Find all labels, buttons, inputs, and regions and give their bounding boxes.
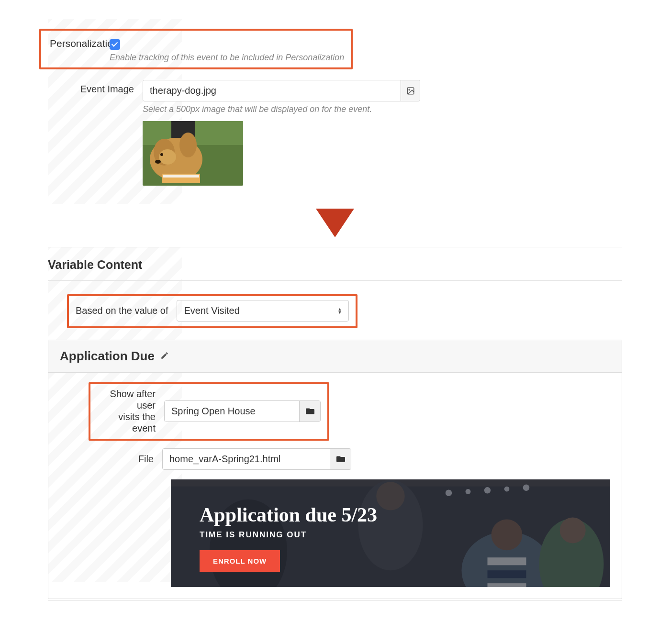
event-image-input-group — [143, 80, 420, 101]
file-preview-banner: Application due 5/23 TIME IS RUNNING OUT… — [171, 479, 610, 587]
enroll-now-button[interactable]: ENROLL NOW — [200, 550, 280, 572]
panel-title: Application Due — [60, 349, 155, 364]
application-due-panel: Application Due Show after user visits t… — [48, 340, 622, 599]
personalization-help: Enable tracking of this event to be incl… — [110, 53, 344, 63]
personalization-checkbox[interactable] — [110, 39, 120, 50]
file-label: File — [95, 454, 162, 465]
personalization-label: Personalization — [50, 34, 110, 49]
based-on-row: Based on the value of Event Visited ▲▼ — [76, 300, 349, 322]
file-browse-button[interactable] — [330, 449, 351, 469]
based-on-highlight: Based on the value of Event Visited ▲▼ — [67, 294, 357, 328]
variable-content-heading: Variable Content — [48, 258, 622, 272]
show-after-highlight: Show after user visits the event — [89, 382, 329, 441]
event-image-label: Event Image — [48, 80, 143, 95]
svg-point-1 — [409, 89, 410, 90]
panel-header: Application Due — [48, 340, 622, 373]
svg-point-8 — [159, 149, 176, 165]
arrow-down-icon — [316, 209, 354, 237]
svg-rect-12 — [163, 175, 199, 178]
sort-icon: ▲▼ — [338, 308, 342, 314]
event-image-input[interactable] — [143, 80, 401, 101]
show-after-input[interactable] — [165, 401, 299, 422]
image-picker-button[interactable] — [401, 80, 420, 101]
file-input[interactable] — [163, 449, 330, 469]
image-icon — [406, 87, 415, 95]
svg-point-10 — [155, 160, 161, 164]
show-after-label: Show after user visits the event — [97, 388, 164, 434]
based-on-select[interactable]: Event Visited ▲▼ — [177, 300, 349, 322]
edit-icon[interactable] — [160, 351, 169, 362]
event-image-help: Select a 500px image that will be displa… — [143, 104, 622, 114]
folder-icon — [306, 408, 314, 415]
svg-point-9 — [160, 153, 163, 156]
banner-subtitle: TIME IS RUNNING OUT — [200, 530, 581, 540]
based-on-value: Event Visited — [184, 305, 239, 316]
based-on-label: Based on the value of — [76, 305, 177, 316]
show-after-browse-button[interactable] — [299, 401, 320, 422]
event-image-thumbnail — [143, 121, 243, 186]
personalization-highlight: Personalization Enable tracking of this … — [39, 29, 353, 69]
folder-icon — [336, 455, 345, 463]
banner-title: Application due 5/23 — [200, 503, 581, 526]
svg-point-7 — [179, 133, 197, 157]
